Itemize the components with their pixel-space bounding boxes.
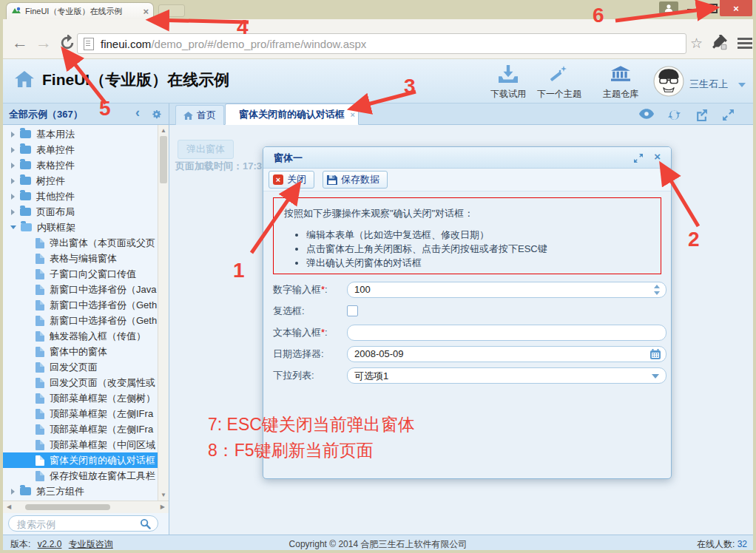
tree-item[interactable]: 弹出窗体（本页面或父页 [3,235,169,251]
tree-item[interactable]: 触发器输入框（传值） [3,328,169,344]
tree-item[interactable]: 子窗口向父窗口传值 [3,266,169,282]
username[interactable]: 三生石上 [689,78,728,91]
refresh-icon[interactable] [59,35,75,54]
select-field[interactable]: 可选项1 [347,367,666,384]
gear-icon[interactable] [151,109,162,123]
tree-item[interactable]: 顶部菜单框架（左侧IFra [3,406,169,421]
tree-item[interactable]: 回发父页面 [3,359,169,375]
tree-item[interactable]: 基本用法 [3,126,163,142]
tree-vertical-scrollbar[interactable]: ▲ ▼ [158,125,169,501]
tree-item[interactable]: 顶部菜单框架（左侧树） [3,390,169,406]
select-caret-icon[interactable] [652,374,659,379]
reload-icon[interactable] [668,109,681,124]
expand-icon[interactable] [11,209,15,215]
tree-item-label: 顶部菜单框架（左侧IFra [50,407,153,421]
tree-item[interactable]: 窗体中的窗体 [3,344,169,359]
tree-horizontal-scrollbar[interactable]: ◀ ▶ [3,501,169,513]
home-icon[interactable] [15,71,34,90]
avatar[interactable] [653,66,684,97]
expand-icon[interactable] [722,109,735,124]
spinner-down-icon[interactable] [654,291,660,295]
maximize-icon[interactable] [706,4,718,13]
tree-item[interactable]: 其他控件 [3,189,163,204]
tree-item[interactable]: 树控件 [3,173,163,189]
tree-item[interactable]: 新窗口中选择省份（Geth [3,297,169,313]
close-icon[interactable]: × [720,0,752,16]
tree-item-label: 表格与编辑窗体 [50,252,117,265]
tree-item[interactable]: 保存按钮放在窗体工具栏 [3,468,169,484]
checkbox[interactable] [347,305,358,316]
popup-window-button[interactable]: 弹出窗体 [178,140,234,159]
tree-item[interactable]: 表格与编辑窗体 [3,251,169,266]
tree-item[interactable]: 页面布局 [3,204,163,220]
folder-icon [20,487,31,495]
scrollbar-thumb[interactable] [25,504,110,510]
expand-icon[interactable] [11,163,15,169]
theme-repo-button[interactable]: 主题仓库 [594,65,647,101]
tree-item[interactable]: 表单控件 [3,142,163,157]
scrollbar-thumb[interactable] [160,136,167,183]
search-icon[interactable] [140,518,151,532]
tree-item[interactable]: 回发父页面（改变属性或 [3,375,169,390]
spinner-up-icon[interactable] [654,285,660,288]
chevron-left-icon[interactable]: ‹ [135,105,140,121]
tab-close-icon[interactable]: × [143,7,149,16]
instruction-item: 弹出确认关闭窗体的对话框 [306,257,650,270]
dialog-maximize-icon[interactable] [634,152,643,166]
footer: 版本: v2.2.0 专业版咨询 Copyright © 2014 合肥三生石上… [3,535,753,550]
date-field[interactable]: 2008-05-09 [347,346,666,362]
tree-item[interactable]: 表格控件 [3,157,163,173]
number-field[interactable]: 100 [347,282,666,298]
person-icon[interactable] [659,1,678,14]
instruction-item: 编辑本表单（比如选中复选框、修改日期） [306,228,650,242]
tree-item[interactable]: 新窗口中选择省份（Geth [3,313,169,328]
tree-item[interactable]: 新窗口中选择省份（Java [3,282,169,297]
online-label: 在线人数: [697,539,735,549]
application-window: FineUI（专业版）在线示例 × × ← → fineui.com /demo… [0,0,756,553]
address-bar[interactable]: fineui.com /demo_pro/#/demo_pro/iframe/w… [77,33,686,54]
expand-icon[interactable] [11,489,15,495]
caret-down-icon[interactable] [738,83,746,87]
save-data-button[interactable]: 保存数据 [323,171,388,189]
scroll-down-icon[interactable]: ▼ [158,492,169,498]
form-row: 数字输入框*:100 [263,282,671,298]
tree-item-label: 顶部菜单框架（左侧树） [50,392,155,405]
folder-icon [20,161,31,169]
browser-tab[interactable]: FineUI（专业版）在线示例 × [6,2,154,19]
scroll-up-icon[interactable]: ▲ [158,127,169,134]
expand-icon[interactable] [11,194,15,200]
search-input[interactable]: 搜索示例 [8,515,158,532]
download-trial-button[interactable]: 下载试用 [482,65,535,101]
tree-item[interactable]: 内联框架 [3,220,163,235]
eye-icon[interactable] [639,109,654,122]
back-icon[interactable]: ← [12,33,28,53]
tab-active[interactable]: 窗体关闭前的确认对话框 × [225,104,359,125]
close-button[interactable]: × 关闭 [269,171,314,189]
minimize-icon[interactable] [687,9,696,11]
tree-item[interactable]: 第三方组件 [3,484,163,499]
forward-icon[interactable]: → [36,33,52,53]
tree-item[interactable]: 窗体关闭前的确认对话框 [3,452,169,468]
scroll-left-icon[interactable]: ◀ [7,503,11,510]
expand-icon[interactable] [11,178,15,184]
external-link-icon[interactable] [695,109,708,124]
tree-item[interactable]: 顶部菜单框架（左侧IFra [3,421,169,437]
new-tab-button[interactable] [158,4,185,17]
expand-icon[interactable] [11,147,15,153]
tab-home[interactable]: 首页 [175,105,224,125]
collapse-icon[interactable] [10,225,16,229]
expand-icon[interactable] [11,132,15,138]
dialog-titlebar[interactable]: 窗体一 × [263,147,671,169]
scroll-right-icon[interactable]: ▶ [161,503,165,510]
text-field[interactable] [347,325,666,341]
menu-icon[interactable] [738,38,752,50]
next-theme-button[interactable]: 下一个主题 [533,65,586,101]
dropper-icon[interactable] [712,35,728,54]
tree-item[interactable]: 顶部菜单框架（中间区域 [3,437,169,452]
tab-close-icon[interactable]: × [351,105,355,125]
calendar-icon[interactable] [650,349,661,362]
page-load-time: 页面加载时间：17:3 [175,160,262,173]
dialog-close-icon[interactable]: × [654,150,661,163]
spinner-icon[interactable] [654,285,660,295]
star-icon[interactable]: ☆ [690,35,703,52]
